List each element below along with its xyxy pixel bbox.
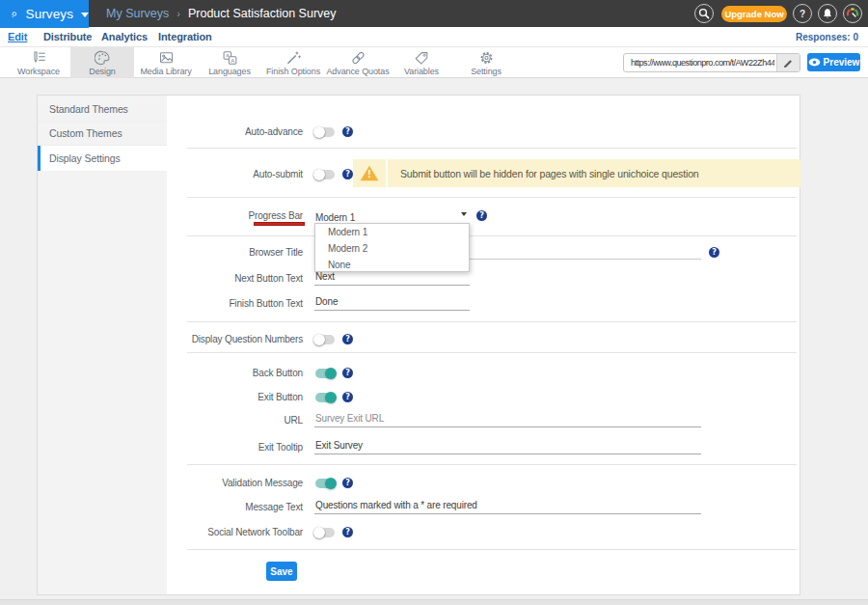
auto-advance-label: Auto-advance bbox=[167, 126, 303, 137]
upgrade-now-button[interactable]: Upgrade Now bbox=[721, 6, 787, 22]
social-network-toolbar-row: Social Network Toolbar ? bbox=[167, 522, 798, 541]
product-switcher[interactable]: Surveys bbox=[0, 0, 89, 28]
next-button-text-label: Next Button Text bbox=[167, 273, 303, 284]
dropdown-option-modern-2[interactable]: Modern 2 bbox=[315, 240, 469, 257]
exit-button-help-icon[interactable]: ? bbox=[342, 392, 353, 402]
progress-bar-help-icon[interactable]: ? bbox=[476, 210, 487, 221]
help-icon[interactable]: ? bbox=[793, 4, 812, 23]
back-button-help-icon[interactable]: ? bbox=[342, 368, 353, 378]
toolbar-item-label: Variables bbox=[404, 67, 439, 76]
auto-submit-help-icon[interactable]: ? bbox=[342, 169, 353, 179]
toolbar-item-workspace[interactable]: Workspace bbox=[7, 47, 70, 78]
edit-url-pencil-icon[interactable] bbox=[776, 54, 800, 71]
back-button-label: Back Button bbox=[167, 368, 303, 378]
search-icon[interactable] bbox=[694, 4, 714, 23]
toolbar-item-label: Languages bbox=[208, 67, 251, 76]
design-toolbar: Workspace Design Media Library aA Langua… bbox=[0, 47, 868, 78]
toolbar-item-languages[interactable]: aA Languages bbox=[198, 47, 261, 78]
auto-advance-toggle[interactable] bbox=[315, 127, 335, 137]
display-question-numbers-row: Display Question Numbers ? bbox=[167, 329, 798, 348]
auto-submit-label: Auto-submit bbox=[167, 169, 303, 179]
top-bar: My Surveys › Product Satisfaction Survey… bbox=[0, 0, 868, 27]
display-settings-panel: Standard Themes Custom Themes Display Se… bbox=[37, 95, 800, 595]
auto-submit-toggle[interactable] bbox=[315, 170, 335, 179]
sidebar-item-standard-themes[interactable]: Standard Themes bbox=[38, 97, 167, 122]
tab-analytics[interactable]: Analytics bbox=[101, 27, 148, 47]
toolbar-item-settings[interactable]: Settings bbox=[454, 47, 518, 78]
themes-sidebar: Standard Themes Custom Themes Display Se… bbox=[38, 96, 167, 594]
toolbar-item-variables[interactable]: Variables bbox=[390, 47, 453, 78]
sidebar-item-custom-themes[interactable]: Custom Themes bbox=[38, 122, 167, 146]
section-divider bbox=[187, 148, 797, 149]
responses-count[interactable]: Responses: 0 bbox=[796, 27, 858, 47]
dropdown-option-none[interactable]: None bbox=[315, 257, 469, 273]
sidebar-item-display-settings[interactable]: Display Settings bbox=[38, 146, 167, 171]
survey-url-box bbox=[623, 53, 800, 72]
surveys-menu-label: Surveys bbox=[26, 7, 73, 21]
preview-button[interactable]: Preview bbox=[807, 53, 860, 71]
toolbar-item-advance-quotas[interactable]: Advance Quotas bbox=[326, 47, 390, 78]
languages-icon: aA bbox=[222, 50, 238, 66]
exit-tooltip-input[interactable] bbox=[314, 440, 701, 454]
progress-bar-selected-value: Modern 1 bbox=[314, 212, 355, 223]
toolbar-item-label: Advance Quotas bbox=[326, 67, 389, 76]
toolbar-item-finish-options[interactable]: Finish Options bbox=[261, 47, 325, 78]
section-divider bbox=[187, 321, 797, 322]
toolbar-item-design[interactable]: Design bbox=[70, 47, 134, 78]
message-text-input[interactable] bbox=[314, 500, 701, 514]
notifications-bell-icon[interactable] bbox=[818, 4, 837, 23]
tab-edit[interactable]: Edit bbox=[8, 27, 27, 47]
breadcrumb-my-surveys[interactable]: My Surveys bbox=[106, 7, 169, 20]
settings-gear-icon bbox=[478, 50, 495, 66]
progress-bar-annotation-underline bbox=[254, 222, 305, 226]
validation-message-help-icon[interactable]: ? bbox=[342, 478, 353, 488]
display-question-numbers-toggle[interactable] bbox=[315, 335, 335, 344]
warning-text: Submit button will be hidden for pages w… bbox=[388, 168, 699, 179]
gauge-score-icon[interactable] bbox=[843, 4, 862, 23]
display-question-numbers-help-icon[interactable]: ? bbox=[342, 334, 353, 344]
tab-distribute[interactable]: Distribute bbox=[43, 27, 92, 47]
progress-bar-select[interactable]: Modern 1 bbox=[314, 207, 469, 224]
exit-tooltip-row: Exit Tooltip bbox=[167, 437, 798, 456]
exit-tooltip-label: Exit Tooltip bbox=[167, 442, 303, 453]
tab-integration[interactable]: Integration bbox=[158, 27, 212, 47]
eye-icon bbox=[808, 58, 821, 67]
exit-url-row: URL bbox=[167, 410, 798, 429]
auto-advance-help-icon[interactable]: ? bbox=[342, 126, 353, 137]
survey-nav: Edit Distribute Analytics Integration Re… bbox=[0, 27, 868, 47]
back-button-row: Back Button ? bbox=[167, 363, 798, 382]
workspace-icon bbox=[31, 50, 47, 66]
advance-quotas-chain-icon bbox=[350, 50, 366, 66]
validation-message-toggle[interactable] bbox=[315, 479, 335, 488]
finish-button-text-label: Finish Button Text bbox=[167, 298, 303, 309]
questionpro-logo-icon bbox=[12, 5, 17, 24]
chevron-down-icon bbox=[81, 13, 89, 17]
social-network-toolbar-help-icon[interactable]: ? bbox=[342, 527, 353, 537]
auto-submit-warning: ! Submit button will be hidden for pages… bbox=[353, 159, 800, 187]
back-button-toggle[interactable] bbox=[315, 369, 335, 378]
validation-message-row: Validation Message ? bbox=[167, 473, 798, 492]
message-text-row: Message Text bbox=[167, 497, 798, 516]
svg-text:!: ! bbox=[367, 169, 370, 179]
toolbar-item-label: Finish Options bbox=[266, 67, 320, 76]
browser-title-help-icon[interactable]: ? bbox=[709, 247, 719, 258]
section-divider bbox=[187, 235, 797, 236]
survey-url-input[interactable] bbox=[624, 54, 776, 71]
section-divider bbox=[187, 549, 797, 550]
validation-message-label: Validation Message bbox=[167, 478, 303, 488]
toolbar-item-media-library[interactable]: Media Library bbox=[134, 47, 198, 78]
exit-url-input[interactable] bbox=[314, 413, 701, 427]
finish-button-text-row: Finish Button Text bbox=[167, 293, 798, 313]
progress-bar-dropdown: Modern 1 Modern 2 None bbox=[314, 223, 470, 272]
media-library-icon bbox=[158, 50, 175, 66]
section-divider bbox=[187, 464, 797, 465]
dropdown-option-modern-1[interactable]: Modern 1 bbox=[315, 224, 469, 240]
social-network-toolbar-toggle[interactable] bbox=[315, 528, 335, 537]
exit-url-label: URL bbox=[167, 415, 303, 426]
finish-button-text-input[interactable] bbox=[314, 296, 470, 311]
browser-title-row: Browser Title ? bbox=[167, 242, 798, 261]
page-footer-strip bbox=[0, 599, 868, 605]
exit-button-toggle[interactable] bbox=[315, 393, 335, 402]
design-palette-icon bbox=[95, 50, 111, 66]
save-button[interactable]: Save bbox=[266, 562, 297, 581]
